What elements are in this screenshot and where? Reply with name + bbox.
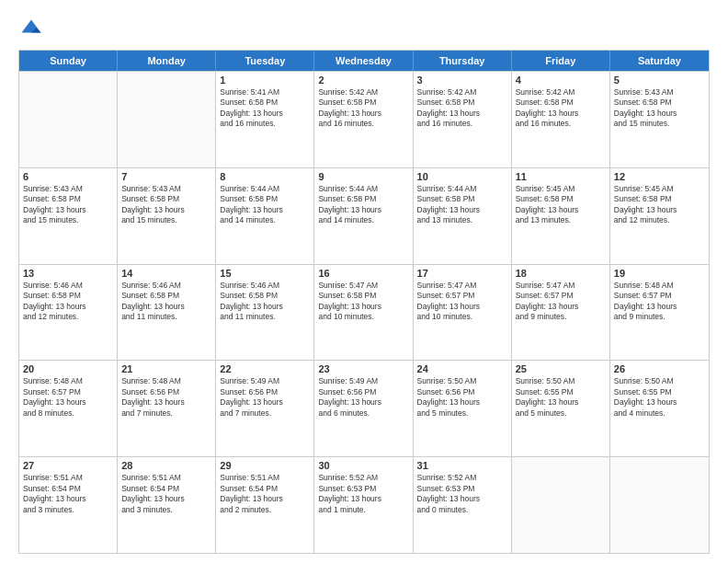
cell-line: Daylight: 13 hours	[417, 205, 507, 215]
day-number: 9	[318, 171, 408, 182]
day-number: 3	[417, 75, 507, 86]
cell-line: Sunset: 6:58 PM	[23, 194, 113, 204]
cell-line: and 6 minutes.	[318, 408, 408, 419]
cell-line: Sunset: 6:55 PM	[614, 387, 705, 397]
cell-line: Sunset: 6:58 PM	[318, 291, 408, 301]
calendar-cell-27: 27Sunrise: 5:51 AMSunset: 6:54 PMDayligh…	[19, 457, 118, 553]
day-number: 2	[318, 75, 408, 86]
calendar-body: 1Sunrise: 5:41 AMSunset: 6:58 PMDaylight…	[19, 71, 709, 553]
day-number: 18	[516, 268, 606, 279]
cell-line: Sunrise: 5:45 AM	[516, 184, 606, 194]
calendar-cell-5: 5Sunrise: 5:43 AMSunset: 6:58 PMDaylight…	[610, 72, 709, 167]
cell-line: Daylight: 13 hours	[516, 302, 606, 312]
cell-line: and 4 minutes.	[614, 408, 705, 419]
cell-line: Daylight: 13 hours	[318, 302, 408, 312]
cell-line: Sunset: 6:57 PM	[614, 291, 705, 301]
cell-line: Daylight: 13 hours	[121, 205, 211, 215]
cell-line: Sunrise: 5:46 AM	[121, 281, 211, 291]
day-number: 26	[614, 363, 705, 374]
calendar-row-4: 27Sunrise: 5:51 AMSunset: 6:54 PMDayligh…	[19, 456, 709, 553]
cell-line: Sunset: 6:58 PM	[417, 98, 507, 108]
cell-line: Sunset: 6:58 PM	[614, 194, 705, 204]
cell-line: Daylight: 13 hours	[318, 397, 408, 408]
cell-line: and 15 minutes.	[23, 215, 113, 225]
cell-line: Sunset: 6:58 PM	[121, 194, 211, 204]
calendar-cell-19: 19Sunrise: 5:48 AMSunset: 6:57 PMDayligh…	[610, 265, 709, 361]
header	[18, 17, 710, 42]
cell-line: Daylight: 13 hours	[516, 397, 606, 408]
calendar-cell-25: 25Sunrise: 5:50 AMSunset: 6:55 PMDayligh…	[512, 361, 610, 456]
cell-line: and 11 minutes.	[220, 312, 310, 322]
calendar-cell-26: 26Sunrise: 5:50 AMSunset: 6:55 PMDayligh…	[610, 361, 709, 456]
calendar-cell-22: 22Sunrise: 5:49 AMSunset: 6:56 PMDayligh…	[216, 361, 314, 456]
header-day-tuesday: Tuesday	[216, 51, 314, 71]
cell-line: and 1 minute.	[318, 505, 408, 515]
cell-line: Daylight: 13 hours	[23, 397, 113, 408]
day-number: 22	[220, 363, 310, 374]
day-number: 12	[614, 171, 705, 182]
cell-line: Daylight: 13 hours	[220, 109, 310, 119]
day-number: 1	[220, 75, 310, 86]
cell-line: and 13 minutes.	[417, 215, 507, 225]
calendar-cell-31: 31Sunrise: 5:52 AMSunset: 6:53 PMDayligh…	[414, 457, 512, 553]
day-number: 13	[23, 268, 113, 279]
page: SundayMondayTuesdayWednesdayThursdayFrid…	[0, 0, 728, 563]
cell-line: Sunset: 6:56 PM	[318, 387, 408, 397]
cell-line: Daylight: 13 hours	[516, 109, 606, 119]
cell-line: Sunset: 6:56 PM	[121, 387, 211, 397]
cell-line: Sunrise: 5:50 AM	[516, 376, 606, 386]
cell-line: Sunset: 6:58 PM	[121, 291, 211, 301]
cell-line: Sunrise: 5:48 AM	[121, 376, 211, 386]
cell-line: and 16 minutes.	[516, 119, 606, 129]
cell-line: Daylight: 13 hours	[318, 109, 408, 119]
cell-line: Sunrise: 5:42 AM	[318, 87, 408, 98]
cell-line: Sunrise: 5:49 AM	[220, 376, 310, 386]
cell-line: and 9 minutes.	[614, 312, 705, 322]
cell-line: Sunset: 6:58 PM	[516, 98, 606, 108]
calendar-cell-12: 12Sunrise: 5:45 AMSunset: 6:58 PMDayligh…	[610, 168, 709, 264]
day-number: 28	[121, 460, 211, 471]
cell-line: Sunrise: 5:50 AM	[614, 376, 705, 386]
cell-line: Daylight: 13 hours	[23, 302, 113, 312]
cell-line: Sunrise: 5:48 AM	[614, 281, 705, 291]
cell-line: Daylight: 13 hours	[417, 302, 507, 312]
calendar-cell-23: 23Sunrise: 5:49 AMSunset: 6:56 PMDayligh…	[314, 361, 413, 456]
cell-line: Daylight: 13 hours	[23, 205, 113, 215]
cell-line: Daylight: 13 hours	[614, 302, 705, 312]
calendar-cell-10: 10Sunrise: 5:44 AMSunset: 6:58 PMDayligh…	[414, 168, 512, 264]
calendar-cell-17: 17Sunrise: 5:47 AMSunset: 6:57 PMDayligh…	[414, 265, 512, 361]
cell-line: Daylight: 13 hours	[417, 494, 507, 504]
cell-line: Daylight: 13 hours	[220, 205, 310, 215]
calendar-row-1: 6Sunrise: 5:43 AMSunset: 6:58 PMDaylight…	[19, 167, 709, 264]
cell-line: and 5 minutes.	[516, 408, 606, 419]
cell-line: and 15 minutes.	[614, 119, 705, 129]
cell-line: Sunset: 6:58 PM	[220, 291, 310, 301]
calendar-header: SundayMondayTuesdayWednesdayThursdayFrid…	[19, 51, 709, 71]
calendar-cell-24: 24Sunrise: 5:50 AMSunset: 6:56 PMDayligh…	[414, 361, 512, 456]
cell-line: Sunrise: 5:51 AM	[23, 473, 113, 483]
calendar-cell-13: 13Sunrise: 5:46 AMSunset: 6:58 PMDayligh…	[19, 265, 118, 361]
cell-line: Sunset: 6:54 PM	[220, 484, 310, 494]
calendar-cell-11: 11Sunrise: 5:45 AMSunset: 6:58 PMDayligh…	[512, 168, 610, 264]
header-day-friday: Friday	[512, 51, 610, 71]
day-number: 5	[614, 75, 705, 86]
day-number: 21	[121, 363, 211, 374]
calendar-cell-empty-4-6	[610, 457, 709, 553]
day-number: 29	[220, 460, 310, 471]
calendar-cell-9: 9Sunrise: 5:44 AMSunset: 6:58 PMDaylight…	[314, 168, 413, 264]
cell-line: Sunset: 6:58 PM	[516, 194, 606, 204]
header-day-thursday: Thursday	[414, 51, 512, 71]
cell-line: Sunrise: 5:46 AM	[23, 281, 113, 291]
cell-line: Sunrise: 5:42 AM	[516, 87, 606, 98]
cell-line: and 13 minutes.	[516, 215, 606, 225]
cell-line: Sunset: 6:58 PM	[220, 194, 310, 204]
cell-line: Daylight: 13 hours	[23, 494, 113, 504]
cell-line: and 3 minutes.	[23, 505, 113, 515]
calendar-cell-15: 15Sunrise: 5:46 AMSunset: 6:58 PMDayligh…	[216, 265, 314, 361]
cell-line: Sunset: 6:53 PM	[318, 484, 408, 494]
cell-line: Sunrise: 5:50 AM	[417, 376, 507, 386]
cell-line: Sunrise: 5:48 AM	[23, 376, 113, 386]
header-day-saturday: Saturday	[610, 51, 709, 71]
cell-line: and 10 minutes.	[417, 312, 507, 322]
cell-line: and 16 minutes.	[417, 119, 507, 129]
